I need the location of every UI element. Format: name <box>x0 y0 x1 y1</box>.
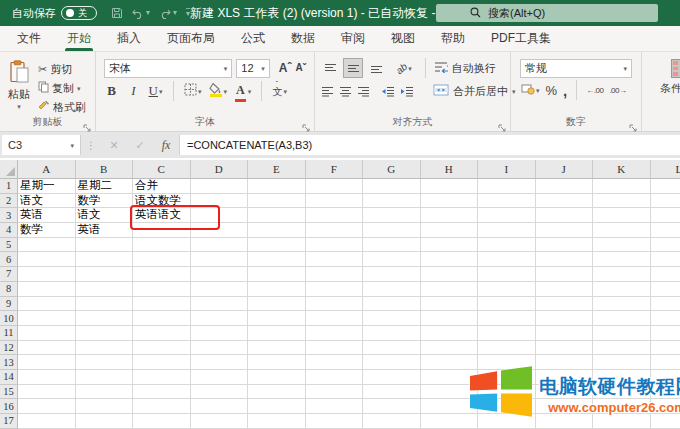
conditional-formatting-button[interactable]: 条件格式 ▾ <box>642 57 680 106</box>
align-left-button[interactable] <box>321 82 334 100</box>
cell-D6[interactable] <box>191 252 249 267</box>
cell-K4[interactable] <box>593 223 651 238</box>
comma-style-button[interactable]: , <box>563 86 567 95</box>
cell-G6[interactable] <box>363 252 421 267</box>
cell-F12[interactable] <box>306 341 364 356</box>
cell-B14[interactable] <box>76 370 134 385</box>
increase-decimal-button[interactable]: ←.00 <box>586 86 603 95</box>
row-header-11[interactable]: 11 <box>0 326 18 341</box>
col-header-L[interactable]: L <box>651 160 680 179</box>
cell-B17[interactable] <box>76 414 134 429</box>
number-format-select[interactable]: 常规 ▾ <box>520 59 632 78</box>
cell-L4[interactable] <box>651 223 680 238</box>
cell-J5[interactable] <box>536 238 594 253</box>
cell-G5[interactable] <box>363 238 421 253</box>
cell-E9[interactable] <box>248 297 306 312</box>
customize-qat-icon[interactable]: ▾ <box>186 8 190 18</box>
cell-I8[interactable] <box>478 282 536 297</box>
cell-A10[interactable] <box>18 311 76 326</box>
cell-C5[interactable] <box>133 238 191 253</box>
col-header-I[interactable]: I <box>478 160 536 179</box>
cell-D1[interactable] <box>191 179 249 194</box>
cell-I5[interactable] <box>478 238 536 253</box>
cell-D14[interactable] <box>191 370 249 385</box>
clipboard-dialog-launcher-icon[interactable] <box>83 119 92 128</box>
cell-A5[interactable] <box>18 238 76 253</box>
cell-C12[interactable] <box>133 341 191 356</box>
cell-A1[interactable]: 星期一 <box>18 179 76 194</box>
row-header-5[interactable]: 5 <box>0 238 18 253</box>
orientation-button[interactable]: ab ▾ <box>396 60 412 77</box>
cell-A4[interactable]: 数学 <box>18 223 76 238</box>
cell-D15[interactable] <box>191 385 249 400</box>
cell-B15[interactable] <box>76 385 134 400</box>
cell-D16[interactable] <box>191 399 249 414</box>
cell-C8[interactable] <box>133 282 191 297</box>
cell-H1[interactable] <box>421 179 479 194</box>
font-color-button[interactable]: A ▾ <box>234 83 251 100</box>
cell-K5[interactable] <box>593 238 651 253</box>
cell-G2[interactable] <box>363 194 421 209</box>
cell-B1[interactable]: 星期二 <box>76 179 134 194</box>
row-header-7[interactable]: 7 <box>0 267 18 282</box>
col-header-J[interactable]: J <box>536 160 594 179</box>
cell-G15[interactable] <box>363 385 421 400</box>
row-header-13[interactable]: 13 <box>0 355 18 370</box>
cell-K6[interactable] <box>593 252 651 267</box>
autosave-toggle[interactable]: 关 <box>61 6 97 20</box>
cell-J11[interactable] <box>536 326 594 341</box>
name-box[interactable]: C3 ▾ <box>2 135 81 155</box>
cell-A14[interactable] <box>18 370 76 385</box>
cell-K12[interactable] <box>593 341 651 356</box>
col-header-H[interactable]: H <box>421 160 479 179</box>
cell-A11[interactable] <box>18 326 76 341</box>
cell-B3[interactable]: 语文 <box>76 208 134 223</box>
confirm-entry-icon[interactable]: ✓ <box>127 139 153 152</box>
borders-caret-icon[interactable]: ▾ <box>198 88 202 95</box>
cell-G1[interactable] <box>363 179 421 194</box>
cell-F8[interactable] <box>306 282 364 297</box>
cell-C6[interactable] <box>133 252 191 267</box>
select-all-button[interactable] <box>0 160 18 179</box>
col-header-C[interactable]: C <box>133 160 191 179</box>
col-header-F[interactable]: F <box>306 160 364 179</box>
cell-E10[interactable] <box>248 311 306 326</box>
col-header-K[interactable]: K <box>593 160 651 179</box>
font-name-select[interactable]: 宋体 ▾ <box>104 59 232 78</box>
cell-G8[interactable] <box>363 282 421 297</box>
cell-F4[interactable] <box>306 223 364 238</box>
tab-帮助[interactable]: 帮助 <box>428 26 478 51</box>
format-painter-button[interactable]: 格式刷 <box>38 99 86 115</box>
copy-caret-icon[interactable]: ▾ <box>77 85 81 92</box>
cell-H2[interactable] <box>421 194 479 209</box>
cell-F9[interactable] <box>306 297 364 312</box>
cell-E8[interactable] <box>248 282 306 297</box>
cell-H11[interactable] <box>421 326 479 341</box>
italic-button[interactable]: I <box>126 83 141 100</box>
tab-页面布局[interactable]: 页面布局 <box>154 26 228 51</box>
cell-L8[interactable] <box>651 282 680 297</box>
cell-B9[interactable] <box>76 297 134 312</box>
number-dialog-launcher-icon[interactable] <box>629 119 638 128</box>
cell-A9[interactable] <box>18 297 76 312</box>
cell-G9[interactable] <box>363 297 421 312</box>
cell-B16[interactable] <box>76 399 134 414</box>
accounting-format-button[interactable]: ▾ <box>521 82 540 99</box>
cell-I2[interactable] <box>478 194 536 209</box>
cell-K11[interactable] <box>593 326 651 341</box>
cell-K1[interactable] <box>593 179 651 194</box>
underline-caret-icon[interactable]: ▾ <box>159 88 163 95</box>
cell-I3[interactable] <box>478 208 536 223</box>
cell-I12[interactable] <box>478 341 536 356</box>
cell-C17[interactable] <box>133 414 191 429</box>
cell-L7[interactable] <box>651 267 680 282</box>
cell-C13[interactable] <box>133 355 191 370</box>
insert-function-icon[interactable]: fx <box>153 138 179 153</box>
undo-caret-icon[interactable]: ▾ <box>146 9 150 17</box>
cell-I4[interactable] <box>478 223 536 238</box>
cell-C9[interactable] <box>133 297 191 312</box>
borders-button[interactable]: ▾ <box>184 83 202 100</box>
cell-C11[interactable] <box>133 326 191 341</box>
cell-E4[interactable] <box>248 223 306 238</box>
cell-J8[interactable] <box>536 282 594 297</box>
